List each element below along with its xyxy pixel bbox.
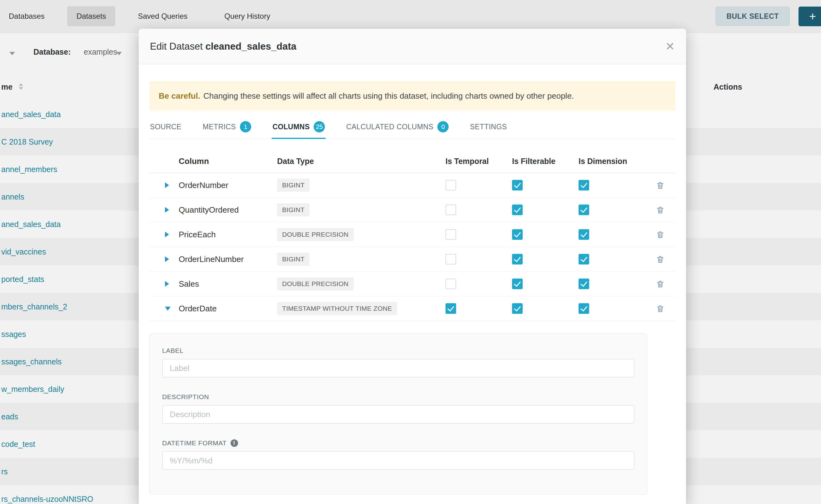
- data-type-pill: TIMESTAMP WITHOUT TIME ZONE: [277, 302, 397, 315]
- is-filterable-checkbox[interactable]: [512, 303, 523, 314]
- is-dimension-checkbox[interactable]: [579, 229, 589, 240]
- label-field-label: LABEL: [162, 347, 635, 354]
- data-type-pill: BIGINT: [277, 253, 309, 266]
- tab-count-badge: 0: [438, 121, 449, 132]
- data-type-pill: DOUBLE PRECISION: [277, 228, 353, 241]
- is-temporal-checkbox[interactable]: [446, 303, 456, 314]
- tab-label: CALCULATED COLUMNS: [346, 123, 433, 131]
- column-name: OrderLineNumber: [179, 254, 277, 264]
- datetime-format-label-text: DATETIME FORMAT: [162, 439, 227, 447]
- tab-calculated-columns[interactable]: CALCULATED COLUMNS 0: [345, 119, 449, 139]
- tab-label: SOURCE: [150, 123, 181, 131]
- column-name: PriceEach: [179, 230, 277, 240]
- is-dimension-checkbox[interactable]: [579, 254, 589, 264]
- info-icon[interactable]: i: [230, 439, 238, 447]
- tab-metrics[interactable]: METRICS 1: [202, 119, 252, 139]
- is-filterable-checkbox[interactable]: [512, 180, 523, 190]
- column-detail-panel: LABEL DESCRIPTION DATETIME FORMAT i: [149, 334, 647, 495]
- is-dimension-checkbox[interactable]: [579, 303, 589, 314]
- warning-banner: Be careful. Changing these settings will…: [149, 81, 675, 111]
- is-dimension-header: Is Dimension: [579, 157, 645, 166]
- close-icon[interactable]: ✕: [665, 41, 675, 52]
- is-temporal-checkbox[interactable]: [446, 229, 456, 240]
- trash-icon[interactable]: [656, 230, 665, 239]
- data-type-pill: DOUBLE PRECISION: [277, 277, 353, 290]
- datetime-format-field-label: DATETIME FORMAT i: [162, 439, 635, 447]
- trash-icon[interactable]: [656, 255, 665, 264]
- modal-title-prefix: Edit Dataset: [150, 41, 203, 52]
- tab-columns[interactable]: COLUMNS 25: [272, 119, 325, 139]
- modal-title: Edit Dataset cleaned_sales_data: [150, 41, 296, 52]
- column-name: QuantityOrdered: [179, 205, 277, 215]
- label-input[interactable]: [162, 359, 635, 378]
- is-temporal-checkbox[interactable]: [446, 279, 456, 289]
- tab-settings[interactable]: SETTINGS: [469, 119, 507, 139]
- expand-caret-icon[interactable]: [165, 307, 171, 311]
- modal-title-dataset-name: cleaned_sales_data: [205, 41, 296, 52]
- column-row: Sales DOUBLE PRECISION: [149, 272, 675, 296]
- data-type-pill: BIGINT: [277, 179, 309, 192]
- modal-header: Edit Dataset cleaned_sales_data ✕: [139, 29, 686, 64]
- label-field-label-text: LABEL: [162, 347, 183, 354]
- description-field-label: DESCRIPTION: [162, 393, 635, 401]
- is-dimension-checkbox[interactable]: [579, 279, 589, 289]
- is-filterable-checkbox[interactable]: [512, 254, 523, 264]
- data-type-header: Data Type: [277, 157, 446, 166]
- edit-dataset-modal: Edit Dataset cleaned_sales_data ✕ Be car…: [139, 29, 686, 504]
- is-dimension-checkbox[interactable]: [579, 205, 589, 215]
- tab-label: SETTINGS: [470, 123, 507, 131]
- column-header: Column: [179, 156, 277, 166]
- is-filterable-checkbox[interactable]: [512, 229, 523, 240]
- description-input[interactable]: [162, 405, 635, 424]
- trash-icon[interactable]: [656, 181, 665, 190]
- is-temporal-checkbox[interactable]: [446, 254, 456, 264]
- expand-caret-icon[interactable]: [165, 232, 169, 237]
- warning-banner-text: Changing these settings will affect all …: [203, 91, 574, 101]
- tab-label: METRICS: [203, 123, 236, 131]
- trash-icon[interactable]: [656, 304, 665, 313]
- datetime-format-input[interactable]: [162, 451, 635, 470]
- trash-icon[interactable]: [656, 206, 665, 214]
- is-filterable-header: Is Filterable: [512, 157, 579, 166]
- column-row: OrderDate TIMESTAMP WITHOUT TIME ZONE: [149, 296, 675, 321]
- trash-icon[interactable]: [656, 280, 665, 288]
- is-filterable-checkbox[interactable]: [512, 279, 523, 289]
- is-temporal-checkbox[interactable]: [446, 205, 456, 215]
- columns-table-body: OrderNumber BIGINT QuantityOrdered BIGIN…: [149, 173, 675, 321]
- modal-tabs: SOURCE METRICS 1 COLUMNS 25 CALCULATED C…: [149, 119, 675, 139]
- column-name: OrderDate: [179, 304, 277, 314]
- tab-count-badge: 25: [314, 121, 325, 132]
- description-field-label-text: DESCRIPTION: [162, 393, 209, 401]
- column-row: OrderLineNumber BIGINT: [149, 247, 675, 272]
- tab-count-badge: 1: [240, 121, 251, 132]
- column-row: QuantityOrdered BIGINT: [149, 198, 675, 222]
- tab-label: COLUMNS: [272, 123, 309, 131]
- column-row: OrderNumber BIGINT: [149, 173, 675, 198]
- warning-banner-bold: Be careful.: [159, 91, 200, 101]
- is-temporal-checkbox[interactable]: [446, 180, 456, 190]
- column-name: Sales: [179, 279, 277, 289]
- expand-caret-icon[interactable]: [165, 281, 169, 287]
- modal-body: Be careful. Changing these settings will…: [139, 81, 686, 495]
- expand-caret-icon[interactable]: [165, 256, 169, 262]
- is-temporal-header: Is Temporal: [446, 157, 512, 166]
- is-filterable-checkbox[interactable]: [512, 205, 523, 215]
- expand-caret-icon[interactable]: [165, 182, 169, 188]
- data-type-pill: BIGINT: [277, 203, 309, 216]
- column-row: PriceEach DOUBLE PRECISION: [149, 222, 675, 247]
- expand-caret-icon[interactable]: [165, 207, 169, 213]
- columns-table-header: Column Data Type Is Temporal Is Filterab…: [149, 150, 675, 173]
- tab-source[interactable]: SOURCE: [149, 119, 182, 139]
- is-dimension-checkbox[interactable]: [579, 180, 589, 190]
- column-name: OrderNumber: [179, 180, 277, 190]
